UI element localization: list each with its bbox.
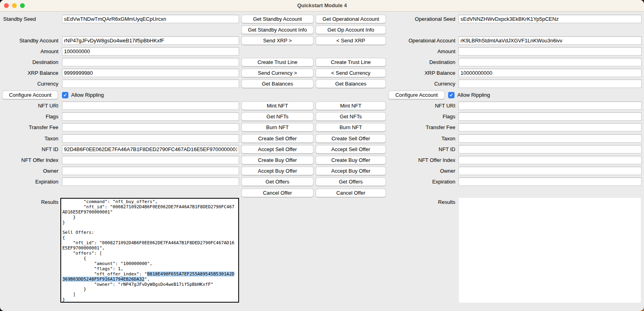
operational-xrp-balance-input[interactable] xyxy=(459,69,642,77)
standby-create-sell-offer-button[interactable]: Create Sell Offer xyxy=(241,134,313,143)
operational-create-trust-line-button[interactable]: Create Trust Line xyxy=(316,58,386,66)
operational-taxon-input[interactable] xyxy=(459,134,642,143)
app-window: Quickstart Module 4 Standby Seed Get Sta… xyxy=(0,0,644,311)
row-transfer-fee: Transfer Fee Burn NFT Burn NFT Transfer … xyxy=(0,123,644,132)
standby-seed-label: Standby Seed xyxy=(0,15,62,23)
operational-configure-account-button[interactable]: Configure Account xyxy=(389,91,445,99)
operational-seed-input[interactable] xyxy=(459,15,642,23)
standby-account-input[interactable] xyxy=(62,36,239,45)
operational-xrp-balance-label: XRP Balance xyxy=(386,69,455,77)
standby-flags-label: Flags xyxy=(0,112,58,121)
standby-taxon-label: Taxon xyxy=(0,134,58,143)
row-amount: Amount Amount xyxy=(0,47,644,56)
operational-get-nfts-button[interactable]: Get NFTs xyxy=(316,112,386,121)
operational-currency-label: Currency xyxy=(386,80,455,88)
row-account: Standby Account Send XRP > < Send XRP Op… xyxy=(0,36,644,45)
operational-nft-offer-index-input[interactable] xyxy=(459,156,642,164)
send-xrp-right-button[interactable]: Send XRP > xyxy=(241,36,313,45)
standby-taxon-input[interactable] xyxy=(62,134,239,143)
standby-destination-input[interactable] xyxy=(62,58,239,66)
standby-allow-rippling-label: Allow Rippling xyxy=(71,92,104,98)
operational-transfer-fee-input[interactable] xyxy=(459,123,642,132)
operational-accept-sell-offer-button[interactable]: Accept Sell Offer xyxy=(316,145,386,154)
row-expiration: Expiration Get Offers Get Offers Expirat… xyxy=(0,177,644,186)
send-currency-right-button[interactable]: Send Currency > xyxy=(241,69,313,77)
row-nft-uri: NFT URI Mint NFT Mint NFT NFT URI xyxy=(0,102,644,110)
standby-get-balances-button[interactable]: Get Balances xyxy=(241,80,313,88)
get-standby-account-info-button[interactable]: Get Standby Account Info xyxy=(241,26,313,34)
standby-nft-uri-input[interactable] xyxy=(62,102,239,110)
operational-destination-input[interactable] xyxy=(459,58,642,66)
standby-results-textarea[interactable]: "command": "nft_buy_offers", "nft_id": "… xyxy=(60,198,239,303)
operational-get-offers-button[interactable]: Get Offers xyxy=(316,177,386,186)
row-destination: Destination Create Trust Line Create Tru… xyxy=(0,58,644,66)
standby-allow-rippling: ✓ Allow Rippling xyxy=(62,91,104,99)
standby-owner-input[interactable] xyxy=(62,167,239,175)
row-nft-id: NFT ID Accept Sell Offer Accept Sell Off… xyxy=(0,145,644,154)
operational-mint-nft-button[interactable]: Mint NFT xyxy=(316,102,386,110)
standby-cancel-offer-button[interactable]: Cancel Offer xyxy=(241,189,313,197)
operational-flags-label: Flags xyxy=(386,112,455,121)
main-content: Standby Seed Get Standby Account Get Ope… xyxy=(0,12,644,311)
operational-create-sell-offer-button[interactable]: Create Sell Offer xyxy=(316,134,386,143)
send-xrp-left-button[interactable]: < Send XRP xyxy=(316,36,386,45)
standby-xrp-balance-input[interactable] xyxy=(62,69,239,77)
operational-burn-nft-button[interactable]: Burn NFT xyxy=(316,123,386,132)
row-seed: Standby Seed Get Standby Account Get Ope… xyxy=(0,15,644,23)
operational-account-label: Operational Account xyxy=(386,36,455,45)
operational-get-balances-button[interactable]: Get Balances xyxy=(316,80,386,88)
operational-allow-rippling-label: Allow Rippling xyxy=(457,92,490,98)
standby-create-buy-offer-button[interactable]: Create Buy Offer xyxy=(241,156,313,164)
operational-flags-input[interactable] xyxy=(459,112,642,121)
standby-nft-id-input[interactable] xyxy=(62,145,239,154)
operational-nft-id-input[interactable] xyxy=(459,145,642,154)
operational-allow-rippling-checkbox[interactable]: ✓ xyxy=(448,92,455,98)
standby-seed-input[interactable] xyxy=(62,15,239,23)
row-configure: Configure Account ✓ Allow Rippling Confi… xyxy=(0,91,644,99)
operational-accept-buy-offer-button[interactable]: Accept Buy Offer xyxy=(316,167,386,175)
operational-destination-label: Destination xyxy=(386,58,455,66)
operational-results-text xyxy=(459,198,641,199)
operational-seed-label: Operational Seed xyxy=(386,15,455,23)
send-currency-left-button[interactable]: < Send Currency xyxy=(316,69,386,77)
standby-amount-input[interactable] xyxy=(62,47,239,56)
row-xrp-balance: XRP Balance Send Currency > < Send Curre… xyxy=(0,69,644,77)
operational-currency-input[interactable] xyxy=(459,80,642,88)
operational-amount-input[interactable] xyxy=(459,47,642,56)
operational-owner-label: Owner xyxy=(386,167,455,175)
checkmark-icon: ✓ xyxy=(63,92,67,98)
standby-nft-id-label: NFT ID xyxy=(0,145,58,154)
row-owner: Owner Accept Buy Offer Accept Buy Offer … xyxy=(0,167,644,175)
standby-mint-nft-button[interactable]: Mint NFT xyxy=(241,102,313,110)
standby-owner-label: Owner xyxy=(0,167,58,175)
standby-expiration-label: Expiration xyxy=(0,177,58,186)
standby-allow-rippling-checkbox[interactable]: ✓ xyxy=(62,92,68,98)
standby-accept-buy-offer-button[interactable]: Accept Buy Offer xyxy=(241,167,313,175)
standby-flags-input[interactable] xyxy=(62,112,239,121)
operational-cancel-offer-button[interactable]: Cancel Offer xyxy=(316,189,386,197)
get-operational-account-button[interactable]: Get Operational Account xyxy=(316,15,386,23)
operational-account-input[interactable] xyxy=(459,36,642,45)
get-op-account-info-button[interactable]: Get Op Account Info xyxy=(316,26,386,34)
operational-results-textarea[interactable] xyxy=(459,198,641,303)
operational-owner-input[interactable] xyxy=(459,167,642,175)
standby-amount-label: Amount xyxy=(0,47,58,56)
get-standby-account-button[interactable]: Get Standby Account xyxy=(241,15,313,23)
standby-get-nfts-button[interactable]: Get NFTs xyxy=(241,112,313,121)
operational-create-buy-offer-button[interactable]: Create Buy Offer xyxy=(316,156,386,164)
operational-expiration-label: Expiration xyxy=(386,177,455,186)
standby-accept-sell-offer-button[interactable]: Accept Sell Offer xyxy=(241,145,313,154)
standby-create-trust-line-button[interactable]: Create Trust Line xyxy=(241,58,313,66)
standby-transfer-fee-input[interactable] xyxy=(62,123,239,132)
standby-configure-account-button[interactable]: Configure Account xyxy=(2,91,58,99)
standby-nft-uri-label: NFT URI xyxy=(0,102,58,110)
standby-expiration-input[interactable] xyxy=(62,177,239,186)
standby-results-label: Results xyxy=(0,198,58,206)
standby-burn-nft-button[interactable]: Burn NFT xyxy=(241,123,313,132)
operational-expiration-input[interactable] xyxy=(459,177,642,186)
standby-get-offers-button[interactable]: Get Offers xyxy=(241,177,313,186)
row-taxon: Taxon Create Sell Offer Create Sell Offe… xyxy=(0,134,644,143)
operational-nft-uri-input[interactable] xyxy=(459,102,642,110)
standby-currency-input[interactable] xyxy=(62,80,239,88)
standby-nft-offer-index-input[interactable] xyxy=(62,156,239,164)
